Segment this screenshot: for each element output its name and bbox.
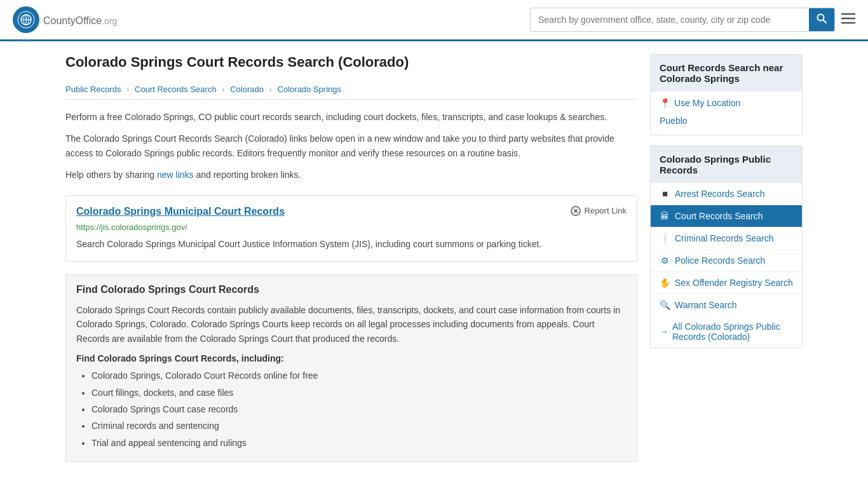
description-2: The Colorado Springs Court Records Searc…: [65, 132, 637, 160]
arrow-icon: →: [660, 327, 668, 337]
main-content: Colorado Springs Court Records Search (C…: [53, 41, 815, 475]
sidebar-nav: ◾ Arrest Records Search 🏛 Court Records …: [651, 183, 802, 316]
record-description: Search Colorado Springs Municipal Court …: [76, 237, 627, 251]
find-section-subtitle: Find Colorado Springs Court Records, inc…: [76, 353, 627, 363]
nav-criminal-label: Criminal Records Search: [675, 233, 774, 243]
description-1: Perform a free Colorado Springs, CO publ…: [65, 110, 637, 124]
site-header: CountyOffice.org: [0, 0, 868, 41]
near-section-body: 📍 Use My Location Pueblo: [651, 92, 802, 135]
find-section: Find Colorado Springs Court Records Colo…: [65, 274, 637, 462]
nav-criminal-records: ❕ Criminal Records Search: [651, 227, 802, 250]
record-card-header: Colorado Springs Municipal Court Records…: [76, 206, 627, 217]
public-records-section: Colorado Springs Public Records ◾ Arrest…: [650, 146, 803, 348]
new-links-link[interactable]: new links: [157, 170, 194, 180]
breadcrumb-public-records[interactable]: Public Records: [65, 85, 121, 94]
nav-sex-offender-link[interactable]: ✋ Sex Offender Registry Search: [651, 272, 802, 294]
nav-police-records-link[interactable]: ⚙ Police Records Search: [651, 250, 802, 271]
nav-arrest-records-link[interactable]: ◾ Arrest Records Search: [651, 183, 802, 205]
police-icon: ⚙: [660, 255, 670, 266]
nav-court-records: 🏛 Court Records Search: [651, 205, 802, 227]
court-icon: 🏛: [660, 211, 670, 221]
search-bar: [530, 8, 835, 32]
location-pin-icon: 📍: [660, 98, 670, 108]
logo-icon: [13, 6, 39, 33]
report-link-label: Report Link: [585, 206, 627, 215]
breadcrumb-colorado-springs[interactable]: Colorado Springs: [278, 85, 341, 94]
nav-warrant: 🔍 Warrant Search: [651, 294, 802, 316]
sex-offender-icon: ✋: [660, 278, 670, 288]
list-item: Colorado Springs Court case records: [92, 402, 627, 416]
header-right: [530, 8, 855, 32]
nearby-pueblo-link[interactable]: Pueblo: [660, 113, 793, 128]
nav-sex-offender: ✋ Sex Offender Registry Search: [651, 272, 802, 294]
right-panel: Court Records Search near Colorado Sprin…: [650, 54, 803, 462]
search-button[interactable]: [809, 8, 834, 31]
logo-text: CountyOffice.org: [43, 13, 117, 27]
nav-police-records: ⚙ Police Records Search: [651, 250, 802, 272]
breadcrumb-court-records[interactable]: Court Records Search: [135, 85, 217, 94]
all-records-label: All Colorado Springs Public Records (Col…: [672, 322, 793, 342]
nav-court-label: Court Records Search: [675, 211, 763, 221]
near-section-title: Court Records Search near Colorado Sprin…: [651, 55, 802, 92]
nav-arrest-label: Arrest Records Search: [675, 189, 765, 199]
description-3: Help others by sharing new links and rep…: [65, 168, 637, 182]
list-item: Colorado Springs, Colorado Court Records…: [92, 369, 627, 383]
use-my-location-link[interactable]: 📍 Use My Location: [660, 98, 793, 108]
public-records-title: Colorado Springs Public Records: [651, 146, 802, 183]
nav-criminal-records-link[interactable]: ❕ Criminal Records Search: [651, 227, 802, 249]
nav-court-records-link[interactable]: 🏛 Court Records Search: [651, 205, 802, 227]
find-list: Colorado Springs, Colorado Court Records…: [76, 369, 627, 450]
all-records-link[interactable]: → All Colorado Springs Public Records (C…: [651, 316, 802, 348]
page-title: Colorado Springs Court Records Search (C…: [65, 54, 637, 71]
find-section-title: Find Colorado Springs Court Records: [76, 284, 627, 295]
record-title[interactable]: Colorado Springs Municipal Court Records: [76, 206, 285, 217]
near-section: Court Records Search near Colorado Sprin…: [650, 54, 803, 135]
left-panel: Colorado Springs Court Records Search (C…: [65, 54, 637, 462]
list-item: Trial and appeal sentencing and rulings: [92, 436, 627, 450]
logo-area: CountyOffice.org: [13, 6, 117, 33]
find-section-body: Colorado Springs Court Records contain p…: [76, 303, 627, 346]
svg-line-6: [824, 20, 827, 24]
record-url[interactable]: https://jis.coloradosprings.gov/: [76, 222, 627, 232]
nav-warrant-label: Warrant Search: [675, 300, 737, 310]
breadcrumb: Public Records › Court Records Search › …: [65, 79, 637, 100]
list-item: Criminal records and sentencing: [92, 419, 627, 433]
list-item: Court filings, dockets, and case files: [92, 386, 627, 400]
report-link-button[interactable]: Report Link: [571, 206, 627, 216]
nav-warrant-link[interactable]: 🔍 Warrant Search: [651, 294, 802, 316]
arrest-icon: ◾: [660, 189, 670, 199]
nav-sex-offender-label: Sex Offender Registry Search: [675, 278, 793, 288]
criminal-icon: ❕: [660, 233, 670, 243]
record-card: Colorado Springs Municipal Court Records…: [65, 195, 637, 262]
nav-arrest-records: ◾ Arrest Records Search: [651, 183, 802, 205]
search-input[interactable]: [531, 10, 809, 30]
menu-button[interactable]: [841, 13, 855, 27]
breadcrumb-colorado[interactable]: Colorado: [230, 85, 264, 94]
nav-police-label: Police Records Search: [675, 255, 765, 266]
warrant-icon: 🔍: [660, 300, 670, 310]
